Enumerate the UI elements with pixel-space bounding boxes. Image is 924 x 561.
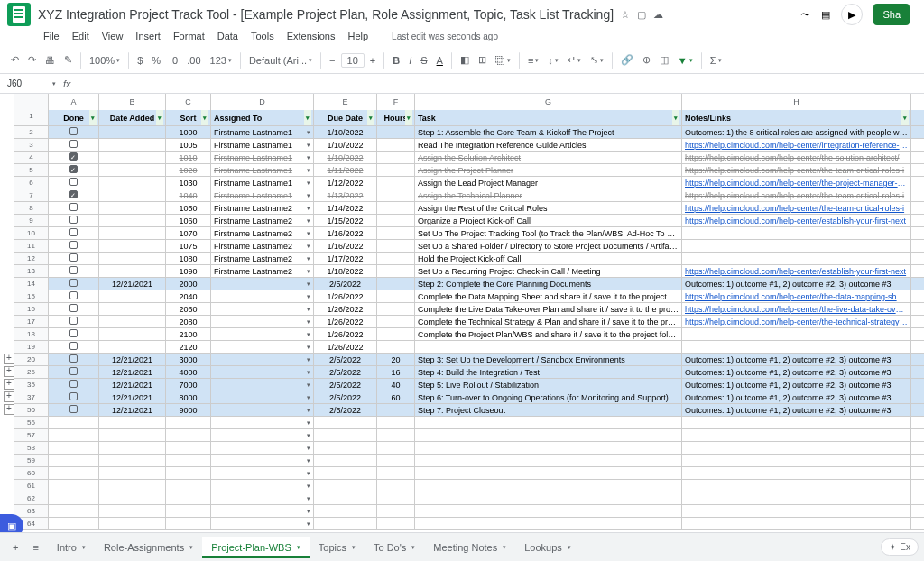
done-checkbox[interactable] (69, 127, 78, 135)
namebox-dropdown[interactable]: ▾ (52, 80, 56, 87)
sort-cell[interactable]: 1005 (166, 139, 211, 151)
sort-cell[interactable]: 4000 (166, 366, 211, 378)
notes-cell[interactable]: Outcomes: 1) outcome #1, 2) outcome #2, … (682, 379, 911, 391)
done-checkbox[interactable] (69, 304, 78, 312)
hours-cell[interactable] (377, 265, 415, 277)
col-header-C[interactable]: C (166, 94, 211, 110)
due-cell[interactable]: 1/17/2022 (314, 253, 377, 264)
sort-cell[interactable]: 1050 (166, 202, 211, 214)
empty-cell[interactable] (682, 480, 911, 492)
row-header[interactable]: 1 (14, 110, 48, 126)
checkbox-cell[interactable] (49, 139, 99, 151)
checkbox-cell[interactable] (49, 126, 99, 138)
done-checkbox[interactable] (69, 253, 78, 262)
task-cell[interactable]: Hold the Project Kick-off Call (415, 253, 682, 264)
empty-cell[interactable] (99, 467, 166, 479)
functions-button[interactable]: Σ (707, 52, 725, 69)
notes-cell[interactable]: https://help.cimcloud.com/help-center/es… (682, 265, 911, 277)
date-cell[interactable] (99, 177, 166, 189)
hours-cell[interactable]: 20 (377, 354, 415, 365)
empty-cell[interactable] (166, 467, 211, 479)
notes-cell[interactable]: Outcomes: 1) outcome #1, 2) outcome #2, … (682, 366, 911, 378)
assigned-cell[interactable] (211, 354, 314, 365)
empty-cell[interactable] (682, 467, 911, 479)
due-cell[interactable]: 1/26/2022 (314, 316, 377, 327)
hours-cell[interactable] (377, 404, 415, 416)
empty-cell[interactable] (377, 417, 415, 428)
date-cell[interactable] (99, 126, 166, 138)
row-header[interactable]: 14 (14, 278, 48, 290)
empty-cell[interactable] (211, 442, 314, 454)
checkbox-cell[interactable] (49, 164, 99, 176)
empty-cell[interactable] (166, 455, 211, 466)
task-cell[interactable]: Complete the Live Data Take-over Plan an… (415, 303, 682, 315)
empty-cell[interactable] (377, 518, 415, 529)
sort-cell[interactable]: 7000 (166, 379, 211, 391)
done-checkbox[interactable] (69, 392, 78, 400)
sheet-tab-topics[interactable]: Topics (310, 537, 365, 558)
hours-cell[interactable] (377, 139, 415, 151)
fontsize-increase[interactable]: + (366, 52, 379, 69)
due-cell[interactable]: 1/26/2022 (314, 290, 377, 302)
hours-cell[interactable]: 16 (377, 366, 415, 378)
assigned-cell[interactable]: Firstname Lastname2 (211, 265, 314, 277)
percent-button[interactable]: % (148, 52, 164, 69)
empty-cell[interactable] (415, 518, 682, 529)
halign-button[interactable]: ≡ (524, 52, 542, 69)
hours-cell[interactable] (377, 164, 415, 176)
comment-button[interactable]: ⊕ (639, 51, 654, 69)
checkbox-cell[interactable] (49, 366, 99, 378)
zoom-select[interactable]: 100% (86, 52, 124, 69)
empty-cell[interactable] (682, 417, 911, 428)
done-checkbox[interactable] (69, 152, 78, 161)
row-header[interactable]: 20 (14, 354, 48, 366)
empty-cell[interactable] (49, 467, 99, 479)
notes-cell[interactable]: https://help.cimcloud.com/help-center/th… (682, 164, 911, 176)
checkbox-cell[interactable] (49, 202, 99, 214)
sort-cell[interactable]: 2000 (166, 278, 211, 290)
hours-cell[interactable] (377, 290, 415, 302)
last-edit[interactable]: Last edit was seconds ago (386, 30, 504, 43)
hours-cell[interactable] (377, 303, 415, 315)
date-cell[interactable]: 12/21/2021 (99, 379, 166, 391)
row-header[interactable]: 16 (14, 303, 48, 316)
notes-cell[interactable]: Outcomes: 1) outcome #1, 2) outcome #2, … (682, 354, 911, 365)
empty-cell[interactable] (166, 429, 211, 441)
assigned-cell[interactable]: Firstname Lastname2 (211, 202, 314, 214)
notes-cell[interactable] (682, 341, 911, 353)
row-header[interactable]: 61 (14, 480, 48, 492)
done-checkbox[interactable] (69, 367, 78, 375)
date-cell[interactable] (99, 253, 166, 264)
print-button[interactable]: 🖶 (42, 52, 59, 69)
row-header[interactable]: 26 (14, 366, 48, 379)
strike-button[interactable]: S (417, 52, 430, 69)
date-cell[interactable] (99, 139, 166, 151)
name-box[interactable]: J60 (7, 78, 52, 88)
notes-cell[interactable]: https://help.cimcloud.com/help-center/th… (682, 189, 911, 201)
empty-cell[interactable] (415, 442, 682, 454)
sort-cell[interactable]: 1020 (166, 164, 211, 176)
empty-cell[interactable] (314, 492, 377, 504)
sheets-logo[interactable] (7, 3, 31, 26)
assigned-cell[interactable]: Firstname Lastname2 (211, 215, 314, 226)
due-cell[interactable]: 2/5/2022 (314, 366, 377, 378)
sort-cell[interactable]: 1075 (166, 240, 211, 252)
hours-cell[interactable] (377, 253, 415, 264)
row-header[interactable]: 8 (14, 202, 48, 215)
row-header[interactable]: 9 (14, 215, 48, 227)
col-header-B[interactable]: B (99, 94, 166, 110)
empty-cell[interactable] (682, 442, 911, 454)
sort-cell[interactable]: 2100 (166, 328, 211, 340)
hours-cell[interactable] (377, 202, 415, 214)
assigned-cell[interactable]: Firstname Lastname1 (211, 164, 314, 176)
task-cell[interactable]: Organize a Project Kick-off Call (415, 215, 682, 226)
date-cell[interactable] (99, 215, 166, 226)
assigned-cell[interactable]: Firstname Lastname1 (211, 126, 314, 138)
date-cell[interactable]: 12/21/2021 (99, 278, 166, 290)
meet-icon[interactable]: ▶ (841, 4, 863, 25)
sheet-tab-meeting notes[interactable]: Meeting Notes (424, 537, 515, 558)
col-header-A[interactable]: A (49, 94, 99, 110)
empty-cell[interactable] (314, 442, 377, 454)
hours-cell[interactable] (377, 189, 415, 201)
menu-insert[interactable]: Insert (130, 29, 166, 43)
